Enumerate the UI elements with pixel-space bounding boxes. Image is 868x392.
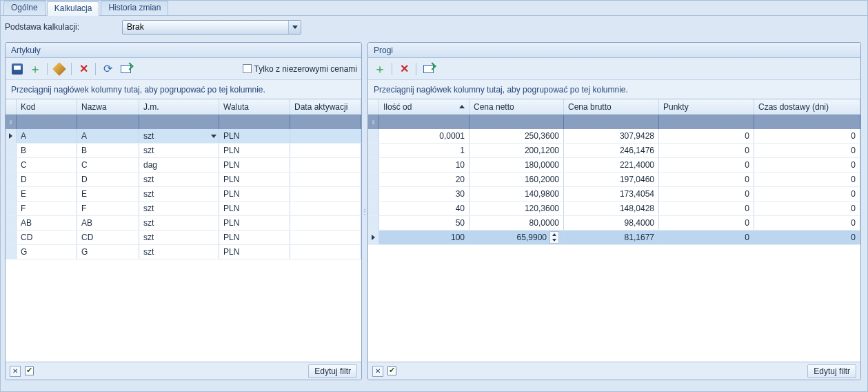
table-row[interactable]: GGsztPLN xyxy=(6,245,361,259)
col-waluta[interactable]: Waluta xyxy=(219,99,290,114)
table-row[interactable]: 1200,1200246,147600 xyxy=(368,144,860,158)
toolbar-separator xyxy=(392,63,392,75)
cell-punkty: 0 xyxy=(659,231,754,244)
table-row[interactable]: 0,0001250,3600307,942800 xyxy=(368,129,860,144)
group-panel[interactable]: Przeciągnij nagłówek kolumny tutaj, aby … xyxy=(368,80,860,99)
edit-button[interactable] xyxy=(52,61,67,77)
toolbar-separator xyxy=(47,63,48,75)
cell-jm[interactable]: szt xyxy=(139,202,219,215)
export-button[interactable] xyxy=(118,61,133,77)
col-czas-dostawy[interactable]: Czas dostawy (dni) xyxy=(754,99,860,114)
tab-kalkulacja[interactable]: Kalkulacja xyxy=(47,1,100,16)
filter-checkbox[interactable]: ✔ xyxy=(387,366,396,375)
panel-progi: Progi ＋ ✕ Przeciągnij nagłówek kolumny t… xyxy=(367,42,861,380)
table-row[interactable]: 20160,2000197,046000 xyxy=(368,173,860,187)
cell-jm[interactable]: szt xyxy=(139,216,219,230)
cell-cena-brutto: 307,9428 xyxy=(564,129,659,143)
cell-jm[interactable]: szt xyxy=(139,187,219,201)
chevron-down-icon xyxy=(211,135,216,138)
col-cena-brutto[interactable]: Cena brutto xyxy=(564,99,659,114)
cell-cena-brutto: 98,4000 xyxy=(564,216,659,230)
nonzero-prices-checkbox[interactable] xyxy=(243,64,252,73)
table-row[interactable]: CDCDsztPLN xyxy=(6,231,361,245)
splitter-handle[interactable] xyxy=(362,42,367,380)
col-kod[interactable]: Kod xyxy=(17,99,77,114)
col-data-aktywacji[interactable]: Data aktywacji xyxy=(290,99,361,114)
group-panel[interactable]: Przeciągnij nagłówek kolumny tutaj, aby … xyxy=(6,80,361,99)
cell-dropdown-button[interactable] xyxy=(208,135,219,138)
cell-cena-brutto: 81,1677 xyxy=(564,231,659,244)
table-row[interactable]: EEsztPLN xyxy=(6,187,361,202)
export-icon xyxy=(121,65,131,73)
indicator-col-header xyxy=(368,99,379,114)
col-punkty[interactable]: Punkty xyxy=(659,99,754,114)
filter-row[interactable]: ♀ xyxy=(368,115,860,129)
cell-jm[interactable]: dag xyxy=(139,158,219,172)
cell-ilosc: 10 xyxy=(379,158,470,172)
filter-icon[interactable]: ♀ xyxy=(6,115,17,129)
table-row[interactable]: FFsztPLN xyxy=(6,202,361,216)
cell-jm[interactable]: szt xyxy=(139,231,219,244)
cell-waluta: PLN xyxy=(219,129,290,143)
cell-jm[interactable]: szt xyxy=(139,173,219,186)
filter-checkbox[interactable]: ✔ xyxy=(25,366,34,375)
delete-button[interactable]: ✕ xyxy=(76,61,91,77)
delete-button[interactable]: ✕ xyxy=(396,61,412,77)
table-row[interactable]: 30140,9800173,405400 xyxy=(368,187,860,202)
row-indicator xyxy=(6,158,17,172)
table-row[interactable]: 10065,990081,167700 xyxy=(368,231,860,245)
close-filter-button[interactable]: ✕ xyxy=(372,366,383,377)
table-row[interactable]: BBsztPLN xyxy=(6,144,361,158)
add-button[interactable]: ＋ xyxy=(372,61,387,77)
col-nazwa[interactable]: Nazwa xyxy=(77,99,139,114)
export-button[interactable] xyxy=(421,61,436,77)
grid-body[interactable]: AAsztPLNBBsztPLNCCdagPLNDDsztPLNEEsztPLN… xyxy=(6,129,361,362)
table-row[interactable]: DDsztPLN xyxy=(6,173,361,187)
table-row[interactable]: 5080,000098,400000 xyxy=(368,216,860,231)
cell-nazwa: CD xyxy=(77,231,139,244)
cell-punkty: 0 xyxy=(659,144,754,157)
cell-jm[interactable]: szt xyxy=(139,144,219,157)
col-jm[interactable]: J.m. xyxy=(139,99,219,114)
cell-jm[interactable]: szt xyxy=(139,245,219,259)
refresh-icon: ⟳ xyxy=(103,62,112,75)
add-button[interactable]: ＋ xyxy=(28,61,43,77)
grid-body[interactable]: 0,0001250,3600307,9428001200,1200246,147… xyxy=(368,129,860,362)
filter-row[interactable]: ♀ xyxy=(6,115,361,129)
table-row[interactable]: ABABsztPLN xyxy=(6,216,361,231)
cell-czas: 0 xyxy=(754,129,860,143)
spin-buttons[interactable] xyxy=(549,231,559,244)
table-row[interactable]: AAsztPLN xyxy=(6,129,361,144)
combo-dropdown-button[interactable] xyxy=(288,21,301,34)
tab-strip: Ogólne Kalkulacja Historia zmian xyxy=(1,1,867,16)
cell-cena-netto[interactable]: 65,9900 xyxy=(470,231,564,244)
tab-historia-zmian[interactable]: Historia zmian xyxy=(101,1,168,15)
cell-cena-netto: 250,3600 xyxy=(470,129,564,143)
podstawa-kalkulacji-combo[interactable]: Brak xyxy=(122,20,301,35)
cell-punkty: 0 xyxy=(659,187,754,201)
row-indicator xyxy=(368,144,379,157)
close-filter-button[interactable]: ✕ xyxy=(10,366,21,377)
cell-nazwa: A xyxy=(77,129,139,143)
edit-filter-button[interactable]: Edytuj filtr xyxy=(308,364,357,378)
save-button[interactable] xyxy=(10,61,25,77)
panel-title: Progi xyxy=(368,43,860,58)
toolbar-separator xyxy=(71,63,72,75)
refresh-button[interactable]: ⟳ xyxy=(100,61,115,77)
edit-filter-button[interactable]: Edytuj filtr xyxy=(807,364,856,378)
col-ilosc-od[interactable]: Ilość od xyxy=(379,99,470,114)
table-row[interactable]: 40120,3600148,042800 xyxy=(368,202,860,216)
table-row[interactable]: CCdagPLN xyxy=(6,158,361,173)
cell-nazwa: C xyxy=(77,158,139,172)
tab-ogolne[interactable]: Ogólne xyxy=(3,1,46,15)
row-indicator xyxy=(368,202,379,215)
col-cena-netto[interactable]: Cena netto xyxy=(470,99,564,114)
cell-jm[interactable]: szt xyxy=(139,129,219,143)
cell-cena-brutto: 246,1476 xyxy=(564,144,659,157)
cell-data xyxy=(290,158,361,172)
filter-icon[interactable]: ♀ xyxy=(368,115,379,129)
plus-icon: ＋ xyxy=(374,64,386,74)
table-row[interactable]: 10180,0000221,400000 xyxy=(368,158,860,173)
cell-punkty: 0 xyxy=(659,216,754,230)
row-indicator xyxy=(368,231,379,244)
